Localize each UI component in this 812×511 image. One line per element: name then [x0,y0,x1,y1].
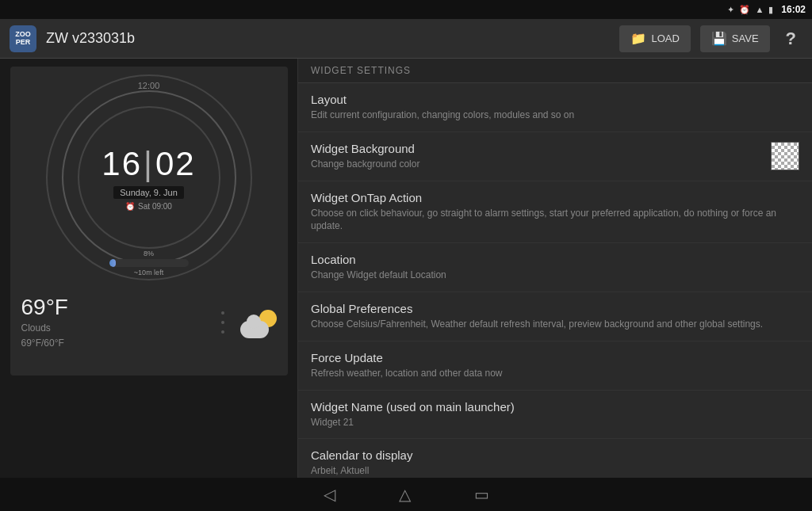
settings-item-background-text: Widget Background Change background colo… [311,142,763,171]
cloud-icon [240,321,269,338]
date-display: Sunday, 9. Jun [113,186,184,199]
toolbar: ZOOPER ZW v233031b 📁 LOAD 💾 SAVE ? [0,19,812,59]
settings-item-calendar-title: Calendar to display [311,448,799,462]
battery-pct: 8% [144,250,154,257]
settings-item-background-desc: Change background color [311,158,763,171]
settings-item-calendar-text: Calendar to display Arbeit, Aktuell [311,448,799,478]
color-swatch[interactable] [771,142,799,170]
settings-item-layout-title: Layout [311,93,799,106]
settings-item-layout[interactable]: Layout Edit current configuration, chang… [298,83,812,132]
settings-item-background-title: Widget Background [311,142,763,155]
settings-item-widget-name-text: Widget Name (used on main launcher) Widg… [311,400,799,429]
settings-item-ontap-desc: Choose on click behaviour, go straight t… [311,207,799,234]
dot-2 [221,321,224,324]
time-minutes: 02 [155,145,196,183]
right-panel[interactable]: WIDGET SETTINGS Layout Edit current conf… [297,59,812,478]
weather-text: 69°F Clouds 69°F/60°F [21,295,68,350]
settings-item-ontap-title: Widget OnTap Action [311,191,799,204]
weather-desc: Clouds [21,322,68,335]
settings-item-widget-name-title: Widget Name (used on main launcher) [311,400,799,414]
dot-1 [221,311,224,315]
main-content: 12:00 16 | 02 Sunday, 9. Jun ⏰ Sat 09:00 [0,59,812,478]
wifi-icon: ▲ [755,5,764,14]
folder-icon: 📁 [630,31,646,46]
settings-item-layout-text: Layout Edit current configuration, chang… [311,93,799,122]
settings-item-global[interactable]: Global Preferences Choose Celsius/Fahren… [298,292,812,341]
weather-temp: 69°F [21,295,68,320]
load-button[interactable]: 📁 LOAD [619,25,690,52]
save-button[interactable]: 💾 SAVE [700,25,770,52]
settings-item-ontap[interactable]: Widget OnTap Action Choose on click beha… [298,181,812,244]
weather-section: 69°F Clouds 69°F/60°F [10,288,288,357]
weather-icon [240,310,277,338]
time-display: 16 | 02 [102,145,195,183]
save-icon: 💾 [711,31,727,46]
battery-remain: ~10m left [134,269,163,276]
settings-item-widget-name[interactable]: Widget Name (used on main launcher) Widg… [298,391,812,440]
settings-item-force-update-title: Force Update [311,351,799,364]
alarm-icon-small: ⏰ [125,202,135,211]
settings-item-global-text: Global Preferences Choose Celsius/Fahren… [311,302,799,331]
status-time: 16:02 [781,4,806,15]
back-button[interactable]: ◁ [324,485,335,504]
settings-item-location-title: Location [311,253,799,266]
time-separator: | [144,145,154,183]
settings-item-global-title: Global Preferences [311,302,799,315]
alarm-time: Sat 09:00 [138,202,172,211]
settings-item-force-update[interactable]: Force Update Refresh weather, location a… [298,341,812,391]
settings-item-force-update-desc: Refresh weather, location and other data… [311,367,799,380]
status-bar: ✦ ⏰ ▲ ▮ 16:02 [0,0,812,19]
bluetooth-icon: ✦ [727,5,734,15]
clock-label-12: 12:00 [138,81,160,90]
recent-button[interactable]: ▭ [474,485,489,504]
weather-dots [221,303,224,341]
dot-3 [221,330,224,334]
app-title: ZW v233031b [46,30,610,47]
settings-item-force-update-text: Force Update Refresh weather, location a… [311,351,799,380]
battery-bar [109,259,189,267]
clock-center: 16 | 02 Sunday, 9. Jun ⏰ Sat 09:00 [94,122,205,233]
battery-icon: ▮ [768,5,773,15]
battery-fill [109,259,116,267]
settings-item-layout-desc: Edit current configuration, changing col… [311,109,799,122]
battery-section: 8% ~10m left [109,250,189,276]
widget-preview: 12:00 16 | 02 Sunday, 9. Jun ⏰ Sat 09:00 [10,67,288,376]
left-panel: 12:00 16 | 02 Sunday, 9. Jun ⏰ Sat 09:00 [0,59,297,478]
settings-item-location-desc: Change Widget default Location [311,269,799,282]
clock-face: 12:00 16 | 02 Sunday, 9. Jun ⏰ Sat 09:00 [10,67,288,288]
time-hours: 16 [102,145,142,183]
settings-item-widget-name-desc: Widget 21 [311,416,799,429]
widget-settings-header: WIDGET SETTINGS [298,59,812,83]
settings-item-calendar-desc: Arbeit, Aktuell [311,464,799,478]
help-button[interactable]: ? [779,29,802,49]
alarm-icon: ⏰ [739,5,750,15]
home-button[interactable]: △ [399,485,411,504]
weather-temps: 69°F/60°F [21,337,68,350]
app-logo: ZOOPER [10,25,36,52]
settings-item-background-extra [771,142,799,170]
settings-item-background[interactable]: Widget Background Change background colo… [298,132,812,181]
settings-item-location[interactable]: Location Change Widget default Location [298,243,812,292]
settings-item-location-text: Location Change Widget default Location [311,253,799,282]
settings-item-calendar[interactable]: Calendar to display Arbeit, Aktuell [298,439,812,478]
settings-item-ontap-text: Widget OnTap Action Choose on click beha… [311,191,799,234]
settings-item-global-desc: Choose Celsius/Fahrenheit, Weather defau… [311,318,799,331]
alarm-row: ⏰ Sat 09:00 [125,202,172,211]
nav-bar: ◁ △ ▭ [0,478,812,511]
